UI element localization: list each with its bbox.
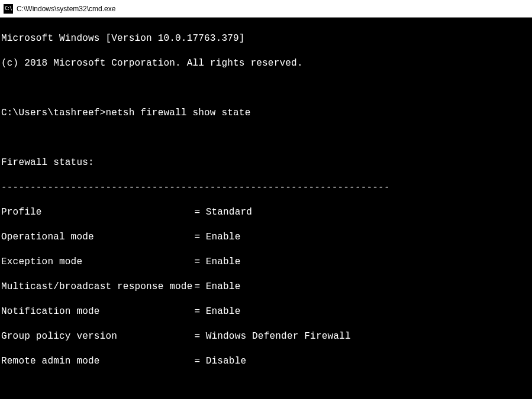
status-key: Profile (1, 206, 194, 219)
status-row: Exception mode= Enable (1, 256, 531, 268)
status-eq: = (194, 281, 205, 293)
header-line-1: Microsoft Windows [Version 10.0.17763.37… (1, 33, 531, 45)
status-row: Profile= Standard (1, 206, 531, 219)
status-eq: = (194, 256, 205, 268)
status-key: Remote admin mode (1, 355, 194, 368)
status-eq: = (194, 206, 205, 219)
prompt-path: C:\Users\tashreef> (1, 108, 105, 118)
status-value: Windows Defender Firewall (206, 330, 351, 343)
status-eq: = (194, 231, 205, 244)
status-value: Enable (206, 306, 241, 318)
status-key: Operational mode (1, 231, 194, 244)
status-value: Disable (206, 355, 247, 368)
status-row: Operational mode= Enable (1, 231, 531, 244)
terminal-output[interactable]: Microsoft Windows [Version 10.0.17763.37… (0, 18, 532, 399)
status-value: Standard (206, 206, 252, 219)
window-title: C:\Windows\system32\cmd.exe (17, 5, 115, 13)
cmd-icon: C:\ (4, 4, 13, 14)
prompt-line: C:\Users\tashreef>netsh firewall show st… (1, 107, 531, 119)
status-eq: = (194, 355, 205, 368)
title-bar[interactable]: C:\ C:\Windows\system32\cmd.exe (0, 0, 532, 18)
status-eq: = (194, 306, 205, 318)
status-value: Enable (206, 231, 241, 244)
blank-line (1, 82, 531, 95)
prompt-command: netsh firewall show state (105, 108, 250, 118)
header-line-2: (c) 2018 Microsoft Corporation. All righ… (1, 57, 531, 70)
status-eq: = (194, 330, 205, 343)
status-key: Notification mode (1, 306, 194, 318)
divider: ----------------------------------------… (1, 181, 531, 194)
blank-line (1, 380, 531, 392)
status-key: Exception mode (1, 256, 194, 268)
blank-line (1, 132, 531, 144)
status-row: Group policy version= Windows Defender F… (1, 330, 531, 343)
status-row: Multicast/broadcast response mode= Enabl… (1, 281, 531, 293)
status-key: Group policy version (1, 330, 194, 343)
status-row: Remote admin mode= Disable (1, 355, 531, 368)
status-key: Multicast/broadcast response mode (1, 281, 194, 293)
status-value: Enable (206, 281, 241, 293)
status-value: Enable (206, 256, 241, 268)
status-row: Notification mode= Enable (1, 306, 531, 318)
firewall-status-header: Firewall status: (1, 157, 531, 169)
